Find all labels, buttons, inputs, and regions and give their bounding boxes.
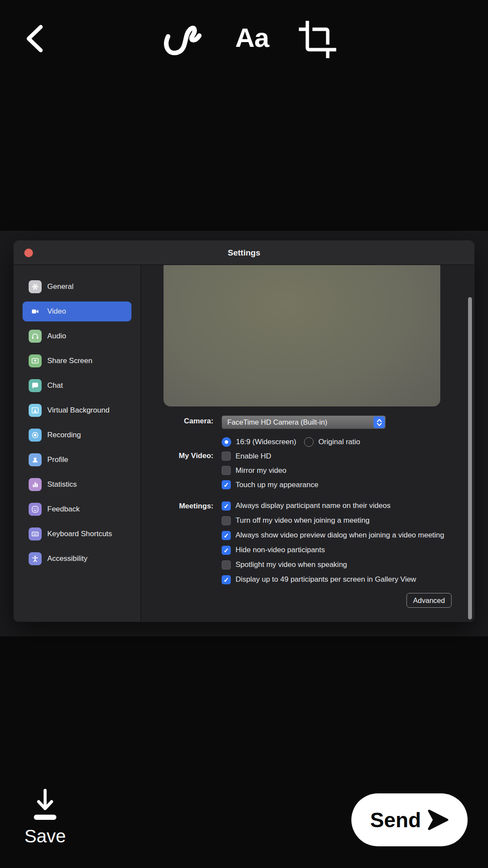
camera-label: Camera: bbox=[141, 417, 213, 426]
virtual-background-icon bbox=[29, 404, 42, 417]
editor-toolbar: Aa bbox=[0, 0, 488, 69]
sidebar-item-audio[interactable]: Audio bbox=[23, 326, 131, 346]
checkbox-checked-icon[interactable]: ✓ bbox=[222, 480, 231, 489]
checkbox-unchecked-icon[interactable] bbox=[222, 516, 231, 525]
window-titlebar: Settings bbox=[14, 241, 474, 265]
checkbox-unchecked-icon[interactable] bbox=[222, 560, 231, 570]
sidebar-item-label: Share Screen bbox=[47, 357, 92, 365]
aspect-ratio-radios: 16:9 (Widescreen)Original ratio bbox=[222, 437, 368, 447]
back-button[interactable] bbox=[23, 24, 45, 53]
draw-tool-button[interactable] bbox=[162, 16, 204, 61]
record-icon bbox=[29, 429, 42, 442]
checkbox-label: Enable HD bbox=[236, 452, 271, 461]
scribble-icon bbox=[162, 16, 204, 59]
sidebar-item-video[interactable]: Video bbox=[23, 301, 131, 321]
window-title: Settings bbox=[14, 241, 474, 265]
save-label: Save bbox=[16, 826, 74, 847]
checkbox-label: Mirror my video bbox=[236, 466, 286, 475]
checkbox-label: Always display participant name on their… bbox=[236, 501, 390, 510]
checkbox-row-touch-up-my-appearance[interactable]: ✓Touch up my appearance bbox=[222, 478, 318, 492]
camera-select[interactable]: FaceTime HD Camera (Built-in) bbox=[222, 416, 386, 429]
scrollbar-thumb[interactable] bbox=[468, 297, 472, 619]
checkbox-row-turn-off-my-video-when-joining-a-meeting[interactable]: Turn off my video when joining a meeting bbox=[222, 513, 444, 528]
checkbox-row-hide-non-video-participants[interactable]: ✓Hide non-video participants bbox=[222, 543, 444, 557]
markup-editor: Aa Settings GeneralVideoAudioShare Scree… bbox=[0, 0, 488, 868]
sidebar-item-label: Virtual Background bbox=[47, 406, 109, 415]
sidebar-item-keyboard-shortcuts[interactable]: Keyboard Shortcuts bbox=[23, 524, 131, 544]
crop-tool-button[interactable] bbox=[297, 19, 338, 60]
meetings-options: ✓Always display participant name on thei… bbox=[222, 498, 444, 587]
sidebar-item-virtual-background[interactable]: Virtual Background bbox=[23, 400, 131, 420]
smiley-icon bbox=[29, 503, 42, 516]
person-icon bbox=[29, 453, 42, 466]
sidebar-item-label: Keyboard Shortcuts bbox=[47, 530, 112, 538]
camera-select-value: FaceTime HD Camera (Built-in) bbox=[227, 416, 327, 429]
send-label: Send bbox=[370, 808, 421, 832]
checkbox-row-spotlight-my-video-when-speaking[interactable]: Spotlight my video when speaking bbox=[222, 557, 444, 572]
checkbox-label: Hide non-video participants bbox=[236, 546, 325, 554]
checkbox-row-always-show-video-preview-dialog-when-joining-a-video-meeting[interactable]: ✓Always show video preview dialog when j… bbox=[222, 528, 444, 543]
checkbox-row-display-up-to-49-participants-per-screen-in-gallery-view[interactable]: ✓Display up to 49 participants per scree… bbox=[222, 572, 444, 587]
radio-label: 16:9 (Widescreen) bbox=[236, 438, 296, 446]
advanced-button[interactable]: Advanced bbox=[406, 593, 452, 608]
sidebar-item-recording[interactable]: Recording bbox=[23, 425, 131, 445]
sidebar-item-chat[interactable]: Chat bbox=[23, 376, 131, 396]
gear-icon bbox=[29, 280, 42, 293]
share-screen-icon bbox=[29, 354, 42, 367]
checkbox-label: Display up to 49 participants per screen… bbox=[236, 575, 416, 584]
sidebar-item-label: Feedback bbox=[47, 505, 80, 514]
chevron-left-icon bbox=[23, 24, 45, 53]
checkbox-checked-icon[interactable]: ✓ bbox=[222, 546, 231, 555]
checkbox-label: Spotlight my video when speaking bbox=[236, 560, 347, 569]
sidebar-item-label: Profile bbox=[47, 455, 68, 464]
sidebar-item-statistics[interactable]: Statistics bbox=[23, 475, 131, 495]
checkbox-checked-icon[interactable]: ✓ bbox=[222, 575, 231, 584]
accessibility-icon bbox=[29, 552, 42, 565]
sidebar-item-label: Video bbox=[47, 307, 66, 316]
sidebar-item-label: Statistics bbox=[47, 480, 77, 489]
radio-original-ratio[interactable] bbox=[304, 437, 314, 447]
save-button[interactable]: Save bbox=[16, 788, 74, 847]
my-video-label: My Video: bbox=[141, 452, 213, 460]
text-tool-button[interactable]: Aa bbox=[230, 18, 274, 57]
crop-icon bbox=[297, 19, 338, 60]
keyboard-icon bbox=[29, 527, 42, 540]
chat-bubble-icon bbox=[29, 379, 42, 392]
send-arrow-icon bbox=[426, 809, 449, 831]
stepper-arrows-icon bbox=[373, 416, 385, 428]
checkbox-row-always-display-participant-name-on-their-videos[interactable]: ✓Always display participant name on thei… bbox=[222, 498, 444, 513]
sidebar-item-label: Recording bbox=[47, 431, 81, 439]
download-icon bbox=[32, 788, 59, 822]
radio-label: Original ratio bbox=[318, 438, 360, 446]
checkbox-row-mirror-my-video[interactable]: Mirror my video bbox=[222, 463, 318, 478]
radio-16-9-widescreen-[interactable] bbox=[222, 437, 231, 447]
sidebar-item-label: Accessibility bbox=[47, 554, 88, 563]
sidebar-item-general[interactable]: General bbox=[23, 277, 131, 297]
camera-preview bbox=[164, 265, 440, 406]
settings-window: Settings GeneralVideoAudioShare ScreenCh… bbox=[14, 241, 474, 622]
send-button[interactable]: Send bbox=[351, 793, 468, 846]
my-video-options: Enable HDMirror my video✓Touch up my app… bbox=[222, 449, 318, 492]
sidebar-item-share-screen[interactable]: Share Screen bbox=[23, 351, 131, 371]
video-camera-icon bbox=[29, 305, 42, 318]
video-settings-panel: Camera: FaceTime HD Camera (Built-in) 16… bbox=[141, 265, 474, 621]
checkbox-label: Touch up my appearance bbox=[236, 481, 318, 489]
checkbox-unchecked-icon[interactable] bbox=[222, 452, 231, 461]
sidebar-item-feedback[interactable]: Feedback bbox=[23, 499, 131, 519]
headphones-icon bbox=[29, 330, 42, 343]
settings-sidebar: GeneralVideoAudioShare ScreenChatVirtual… bbox=[14, 265, 141, 621]
screenshot-canvas: Settings GeneralVideoAudioShare ScreenCh… bbox=[0, 231, 488, 636]
sidebar-item-label: Chat bbox=[47, 381, 63, 390]
checkbox-checked-icon[interactable]: ✓ bbox=[222, 531, 231, 540]
checkbox-checked-icon[interactable]: ✓ bbox=[222, 501, 231, 511]
sidebar-item-accessibility[interactable]: Accessibility bbox=[23, 549, 131, 569]
sidebar-item-profile[interactable]: Profile bbox=[23, 450, 131, 470]
checkbox-label: Turn off my video when joining a meeting bbox=[236, 516, 370, 525]
checkbox-label: Always show video preview dialog when jo… bbox=[236, 531, 444, 540]
sidebar-item-label: Audio bbox=[47, 332, 66, 341]
meetings-label: Meetings: bbox=[141, 502, 213, 511]
checkbox-unchecked-icon[interactable] bbox=[222, 466, 231, 475]
bar-chart-icon bbox=[29, 478, 42, 491]
text-tool-label: Aa bbox=[235, 23, 269, 52]
checkbox-row-enable-hd[interactable]: Enable HD bbox=[222, 449, 318, 463]
